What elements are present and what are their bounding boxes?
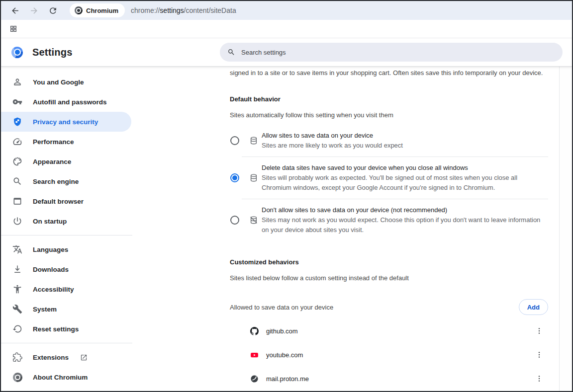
search-icon [227, 48, 235, 56]
sidebar-item-label: On startup [33, 218, 67, 225]
option-description: Sites may not work as you would expect. … [262, 215, 548, 235]
chromium-settings-logo-icon [11, 47, 23, 58]
more-vert-icon [535, 375, 543, 383]
sidebar-item-system[interactable]: System [1, 299, 132, 319]
option-title: Allow sites to save data on your device [262, 131, 548, 141]
back-button[interactable] [7, 2, 23, 18]
default-behavior-radio-group: Allow sites to save data on your device … [230, 125, 548, 241]
browser-window-icon [12, 196, 22, 206]
reload-button[interactable] [45, 2, 61, 18]
more-vert-icon [535, 327, 543, 335]
settings-header: Settings [1, 38, 572, 66]
sidebar-item-label: System [33, 306, 57, 313]
sidebar-item-label: Performance [33, 138, 74, 146]
sidebar-item-on-startup[interactable]: On startup [1, 211, 132, 231]
site-domain: github.com [266, 327, 530, 335]
sidebar-item-languages[interactable]: Languages [1, 239, 132, 259]
sidebar-item-label: Default browser [33, 198, 84, 205]
key-icon [12, 97, 22, 107]
radio-button-selected[interactable] [230, 173, 239, 182]
forward-button[interactable] [26, 2, 42, 18]
sidebar-item-privacy-and-security[interactable]: Privacy and security [1, 112, 131, 132]
address-bar[interactable]: chrome://settings/content/siteData [131, 6, 236, 14]
reset-icon [12, 324, 22, 334]
site-more-button[interactable] [530, 370, 548, 388]
sidebar-item-search-engine[interactable]: Search engine [1, 171, 132, 191]
site-more-button[interactable] [530, 346, 548, 364]
power-icon [12, 216, 22, 226]
sidebar-item-downloads[interactable]: Downloads [1, 259, 132, 279]
back-icon [10, 6, 20, 15]
sidebar-item-label: Downloads [33, 266, 69, 273]
sidebar-item-performance[interactable]: Performance [1, 132, 132, 152]
allowed-label: Allowed to save data on your device [230, 304, 519, 311]
customized-behaviors-description: Sites listed below follow a custom setti… [230, 273, 548, 283]
sidebar-item-label: Autofill and passwords [33, 98, 107, 106]
sidebar-item-accessibility[interactable]: Accessibility [1, 279, 132, 299]
page-title: Settings [32, 47, 73, 58]
wrench-icon [12, 304, 22, 314]
database-icon [249, 136, 258, 145]
option-title: Delete data sites have saved to your dev… [262, 163, 548, 173]
radio-option-dont-allow[interactable]: Don't allow sites to save data on your d… [230, 199, 548, 241]
sidebar-item-label: Extensions [33, 354, 69, 361]
url-scheme: chrome:// [131, 6, 160, 14]
sidebar-item-reset-settings[interactable]: Reset settings [1, 319, 132, 339]
download-icon [12, 264, 22, 274]
sidebar-divider [1, 343, 132, 343]
add-site-button[interactable]: Add [519, 299, 548, 315]
person-icon [12, 77, 22, 87]
palette-icon [12, 157, 22, 166]
sidebar-item-label: Reset settings [33, 325, 79, 333]
option-title: Don't allow sites to save data on your d… [262, 205, 548, 215]
option-description: Sites will probably work as expected. Yo… [262, 173, 548, 193]
sidebar-item-default-browser[interactable]: Default browser [1, 191, 132, 211]
settings-content-area: signed in to a site or to save items in … [132, 66, 572, 391]
default-behavior-heading: Default behavior [230, 94, 548, 104]
option-description: Sites are more likely to work as you wou… [262, 141, 548, 151]
forward-icon [29, 6, 39, 15]
sidebar-item-you-and-google[interactable]: You and Google [1, 72, 132, 92]
search-icon [12, 176, 22, 186]
radio-option-delete-on-close[interactable]: Delete data sites have saved to your dev… [230, 157, 548, 199]
settings-search[interactable] [220, 43, 563, 62]
site-row-youtube: youtube.com [230, 343, 548, 367]
puzzle-icon [12, 352, 22, 362]
radio-option-allow[interactable]: Allow sites to save data on your device … [230, 125, 548, 157]
apps-grid-icon[interactable] [7, 22, 20, 35]
site-chip-label: Chromium [86, 7, 118, 14]
radio-button[interactable] [230, 136, 239, 145]
sidebar-item-label: Accessibility [33, 286, 74, 293]
site-domain: youtube.com [266, 351, 530, 359]
site-row-mail-proton-me: mail.proton.me [230, 367, 548, 391]
sidebar-item-label: About Chromium [33, 374, 88, 381]
youtube-icon [250, 351, 259, 359]
sidebar-item-label: You and Google [33, 78, 84, 86]
shield-icon [12, 117, 22, 127]
radio-button[interactable] [230, 216, 239, 225]
sidebar-item-appearance[interactable]: Appearance [1, 152, 132, 171]
translate-icon [12, 244, 22, 254]
browser-window: Chromium chrome://settings/content/siteD… [0, 0, 573, 392]
site-domain: mail.proton.me [266, 375, 530, 383]
site-info-chip[interactable]: Chromium [70, 3, 125, 17]
url-host: settings [160, 6, 184, 14]
sidebar-item-label: Languages [33, 246, 68, 253]
search-input[interactable] [240, 48, 555, 57]
reload-icon [48, 6, 58, 15]
sidebar-item-about-chromium[interactable]: About Chromium [1, 367, 132, 387]
sidebar-item-extensions[interactable]: Extensions [1, 347, 132, 367]
url-path: /content/siteData [184, 6, 236, 14]
site-more-button[interactable] [530, 322, 548, 340]
database-off-icon [249, 216, 258, 225]
allowed-section-header: Allowed to save data on your device Add [230, 295, 548, 319]
sidebar-item-label: Appearance [33, 158, 71, 165]
site-row-github: github.com [230, 319, 548, 343]
scrollbar[interactable] [559, 66, 572, 391]
default-behavior-description: Sites automatically follow this setting … [230, 110, 548, 120]
chromium-icon [12, 372, 22, 382]
sidebar-item-autofill[interactable]: Autofill and passwords [1, 92, 132, 112]
accessibility-icon [12, 284, 22, 294]
more-vert-icon [535, 351, 543, 359]
sidebar-item-label: Privacy and security [33, 118, 98, 126]
